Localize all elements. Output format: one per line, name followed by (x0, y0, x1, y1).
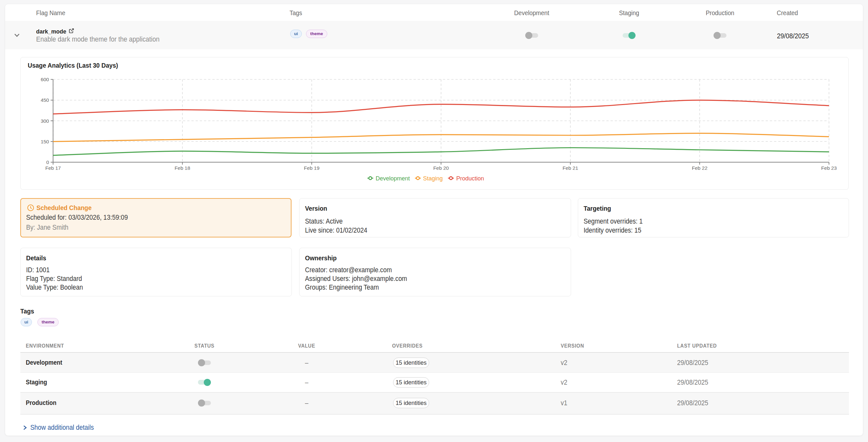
svg-text:450: 450 (41, 97, 49, 103)
svg-text:Feb 17: Feb 17 (45, 165, 61, 171)
svg-text:150: 150 (41, 139, 49, 144)
svg-text:0: 0 (46, 160, 49, 165)
svg-text:Feb 20: Feb 20 (433, 165, 449, 171)
svg-text:Feb 18: Feb 18 (175, 165, 190, 171)
svg-text:600: 600 (41, 77, 49, 82)
svg-text:Feb 22: Feb 22 (692, 165, 707, 171)
svg-text:Feb 21: Feb 21 (563, 165, 578, 171)
svg-text:Feb 23: Feb 23 (821, 165, 837, 171)
svg-text:300: 300 (41, 118, 49, 124)
svg-text:Feb 19: Feb 19 (304, 165, 319, 171)
svg-text:Development: Development (376, 175, 410, 182)
svg-text:Staging: Staging (423, 175, 443, 182)
svg-text:Production: Production (456, 175, 484, 182)
